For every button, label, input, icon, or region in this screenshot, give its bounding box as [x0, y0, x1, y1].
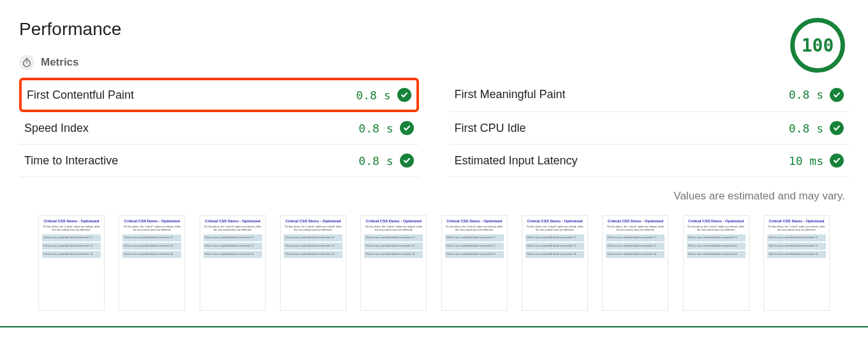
score-gauge: 100 [790, 18, 845, 73]
thumbnail-band: Click to see a waterfall detail screensh… [606, 234, 665, 241]
thumbnail-subtitle: On this demo, the "critical" styles are … [445, 226, 504, 232]
filmstrip-thumbnail[interactable]: Critical CSS Demo - OptimizedOn this dem… [38, 215, 105, 311]
thumbnail-subtitle: On this demo, the "critical" styles are … [364, 226, 423, 232]
thumbnail-band: Click to see a waterfall detail screensh… [122, 234, 181, 241]
thumbnail-subtitle: On this demo, the "critical" styles are … [42, 226, 101, 232]
metric-value-wrap: 0.8 s [358, 121, 413, 135]
thumbnail-band: Click to see a waterfall detail screensh… [364, 234, 423, 241]
thumbnail-band: Click to see a waterfall detail screensh… [203, 234, 262, 241]
thumbnail-title: Critical CSS Demo - Optimized [205, 219, 260, 224]
filmstrip-thumbnail[interactable]: Critical CSS Demo - OptimizedOn this dem… [280, 215, 346, 311]
metric-label: Speed Index [24, 122, 89, 135]
score-value: 100 [802, 35, 834, 56]
metric-value: 0.8 s [789, 88, 823, 101]
filmstrip-thumbnail[interactable]: Critical CSS Demo - OptimizedOn this dem… [200, 215, 266, 311]
thumbnail-band: Click to see a waterfall detail screensh… [284, 251, 342, 258]
thumbnail-subtitle: On this demo, the "critical" styles are … [526, 226, 584, 232]
thumbnail-band: Click to see a waterfall detail screensh… [687, 243, 746, 250]
thumbnail-subtitle: On this demo, the "critical" styles are … [284, 226, 342, 232]
thumbnail-band: Click to see a waterfall detail screensh… [122, 251, 181, 258]
thumbnail-band: Click to see a waterfall detail screensh… [526, 243, 584, 250]
metric-row[interactable]: First Meaningful Paint0.8 s [450, 78, 850, 112]
thumbnail-title: Critical CSS Demo - Optimized [43, 219, 99, 224]
thumbnail-band: Click to see a waterfall detail screensh… [42, 243, 101, 250]
check-circle-icon [400, 154, 414, 168]
thumbnail-subtitle: On this demo, the "critical" styles are … [687, 226, 746, 232]
metric-value-wrap: 10 ms [789, 154, 844, 168]
thumbnail-title: Critical CSS Demo - Optimized [527, 219, 582, 224]
filmstrip-thumbnail[interactable]: Critical CSS Demo - OptimizedOn this dem… [119, 215, 185, 311]
metric-row[interactable]: First CPU Idle0.8 s [450, 112, 850, 145]
thumbnail-title: Critical CSS Demo - Optimized [366, 219, 422, 224]
disclaimer-text: Values are estimated and may vary. [19, 190, 845, 203]
metric-row[interactable]: Time to Interactive0.8 s [19, 145, 419, 177]
thumbnail-band: Click to see a waterfall detail screensh… [526, 251, 584, 258]
thumbnail-title: Critical CSS Demo - Optimized [446, 219, 502, 224]
thumbnail-title: Critical CSS Demo - Optimized [688, 219, 744, 224]
thumbnail-band: Click to see a waterfall detail screensh… [606, 243, 665, 250]
metric-row[interactable]: Speed Index0.8 s [19, 112, 419, 145]
filmstrip-thumbnail[interactable]: Critical CSS Demo - OptimizedOn this dem… [522, 215, 588, 311]
metric-label: First Meaningful Paint [455, 88, 566, 101]
metrics-section-title: Metrics [41, 56, 79, 69]
filmstrip: Critical CSS Demo - OptimizedOn this dem… [19, 215, 849, 320]
stopwatch-icon [19, 55, 34, 70]
thumbnail-band: Click to see a waterfall detail screensh… [767, 251, 826, 258]
metric-value-wrap: 0.8 s [789, 121, 844, 135]
thumbnail-band: Click to see a waterfall detail screensh… [606, 251, 665, 258]
metric-value: 0.8 s [789, 122, 823, 135]
metric-label: Estimated Input Latency [455, 154, 578, 168]
check-circle-icon [830, 154, 844, 168]
filmstrip-thumbnail[interactable]: Critical CSS Demo - OptimizedOn this dem… [683, 215, 749, 311]
thumbnail-band: Click to see a waterfall detail screensh… [42, 234, 101, 241]
thumbnail-title: Critical CSS Demo - Optimized [769, 219, 824, 224]
metric-label: First Contentful Paint [27, 89, 134, 102]
page-title: Performance [19, 19, 790, 39]
metric-value: 0.8 s [356, 89, 390, 102]
check-circle-icon [830, 121, 844, 135]
thumbnail-band: Click to see a waterfall detail screensh… [687, 251, 746, 258]
metric-label: First CPU Idle [455, 122, 526, 135]
metric-value-wrap: 0.8 s [789, 88, 844, 102]
metric-label: Time to Interactive [24, 154, 118, 168]
thumbnail-subtitle: On this demo, the "critical" styles are … [203, 226, 262, 232]
thumbnail-subtitle: On this demo, the "critical" styles are … [606, 226, 665, 232]
thumbnail-title: Critical CSS Demo - Optimized [285, 219, 341, 224]
check-circle-icon [400, 121, 414, 135]
header-row: Performance Metrics 100 [19, 19, 849, 78]
thumbnail-band: Click to see a waterfall detail screensh… [284, 234, 342, 241]
metric-value-wrap: 0.8 s [358, 154, 413, 168]
metric-value: 10 ms [789, 154, 823, 168]
thumbnail-band: Click to see a waterfall detail screensh… [42, 251, 101, 258]
filmstrip-thumbnail[interactable]: Critical CSS Demo - OptimizedOn this dem… [602, 215, 668, 311]
thumbnail-band: Click to see a waterfall detail screensh… [445, 251, 504, 258]
thumbnail-band: Click to see a waterfall detail screensh… [445, 243, 504, 250]
thumbnail-band: Click to see a waterfall detail screensh… [445, 234, 504, 241]
filmstrip-thumbnail[interactable]: Critical CSS Demo - OptimizedOn this dem… [360, 215, 427, 311]
thumbnail-subtitle: On this demo, the "critical" styles are … [767, 226, 826, 232]
check-circle-icon [397, 88, 411, 102]
thumbnail-band: Click to see a waterfall detail screensh… [767, 243, 826, 250]
thumbnail-band: Click to see a waterfall detail screensh… [284, 243, 342, 250]
filmstrip-thumbnail[interactable]: Critical CSS Demo - OptimizedOn this dem… [763, 215, 830, 311]
metric-row[interactable]: Estimated Input Latency10 ms [450, 145, 850, 177]
metric-value: 0.8 s [358, 122, 393, 135]
thumbnail-band: Click to see a waterfall detail screensh… [687, 234, 746, 241]
thumbnail-title: Critical CSS Demo - Optimized [124, 219, 180, 224]
thumbnail-band: Click to see a waterfall detail screensh… [203, 243, 262, 250]
metric-value: 0.8 s [358, 154, 393, 168]
thumbnail-band: Click to see a waterfall detail screensh… [767, 234, 826, 241]
thumbnail-band: Click to see a waterfall detail screensh… [364, 251, 423, 258]
metrics-section-header[interactable]: Metrics [19, 55, 790, 70]
thumbnail-band: Click to see a waterfall detail screensh… [122, 243, 181, 250]
metric-row[interactable]: First Contentful Paint0.8 s [19, 78, 419, 112]
thumbnail-subtitle: On this demo, the "critical" styles are … [122, 226, 181, 232]
filmstrip-thumbnail[interactable]: Critical CSS Demo - OptimizedOn this dem… [441, 215, 508, 311]
thumbnail-band: Click to see a waterfall detail screensh… [203, 251, 262, 258]
check-circle-icon [830, 88, 844, 102]
header-left: Performance Metrics [19, 19, 790, 78]
thumbnail-title: Critical CSS Demo - Optimized [608, 219, 663, 224]
metrics-grid: First Contentful Paint0.8 sFirst Meaning… [19, 78, 849, 177]
thumbnail-band: Click to see a waterfall detail screensh… [526, 234, 584, 241]
thumbnail-band: Click to see a waterfall detail screensh… [364, 243, 423, 250]
